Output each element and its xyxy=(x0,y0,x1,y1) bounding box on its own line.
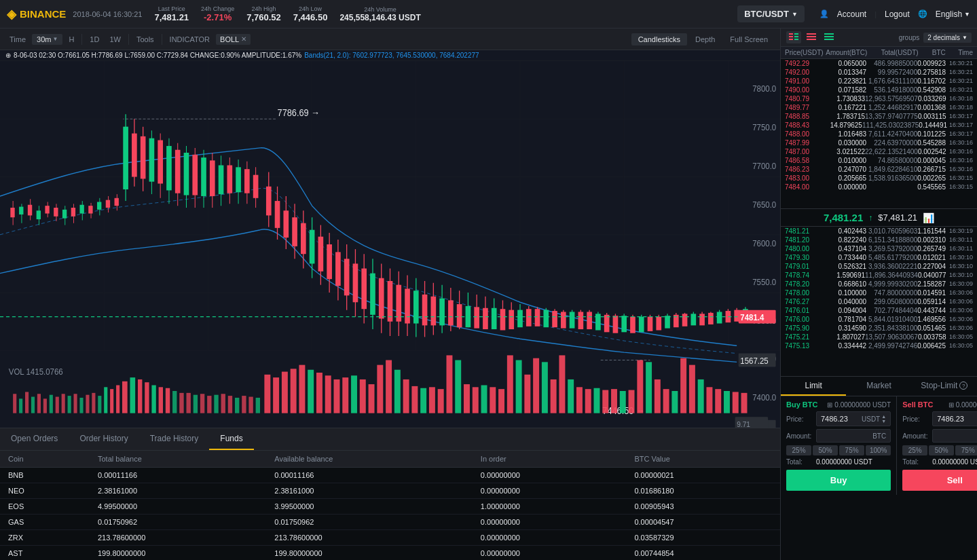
buy-btn[interactable]: Buy xyxy=(786,470,891,491)
sell-copy-icon[interactable]: ⊞ xyxy=(948,401,954,409)
ob-ask-row[interactable]: 7488.00 1.016483 7,611.42470400 0.101225… xyxy=(781,130,977,138)
sell-price-input[interactable] xyxy=(937,415,977,423)
svg-rect-134 xyxy=(500,309,506,330)
buy-pct-btn[interactable]: 50% xyxy=(813,445,838,455)
buy-price-down-arrow[interactable]: ▼ xyxy=(881,419,886,424)
ob-decimals-btn[interactable]: 2 decimals ▼ xyxy=(923,33,972,43)
bottom-content[interactable]: Coin Total balance Available balance In … xyxy=(0,451,780,560)
chart-canvas[interactable]: 7800.0 7750.0 7700.0 7650.0 7600.0 7550.… xyxy=(0,61,780,428)
ob-bid-row[interactable]: 7479.01 0.526321 3,936.36002221 0.227004… xyxy=(781,262,977,271)
ob-bid-row[interactable]: 7476.00 0.781704 5,844.01910400 1.469556… xyxy=(781,315,977,324)
interval-btn[interactable]: 30m ▼ xyxy=(32,34,62,45)
h-btn[interactable]: H xyxy=(64,34,78,45)
ob-bid-row[interactable]: 7475.90 0.314590 2,351.84338100 0.051465… xyxy=(781,324,977,333)
buy-price-input[interactable] xyxy=(821,415,862,423)
buy-amount-input-wrap[interactable]: BTC xyxy=(816,429,891,443)
boll-tag[interactable]: BOLL ✕ xyxy=(216,34,251,45)
logo[interactable]: ◈ BINANCE xyxy=(7,7,66,22)
ob-ask-row[interactable]: 7491.00 0.223821 1,676.64311100 0.116702… xyxy=(781,77,977,86)
ob-bid-row[interactable]: 7480.00 0.437104 3,269.53792000 0.265749… xyxy=(781,244,977,253)
bid-btc: 0.051465 xyxy=(917,324,946,332)
buy-price-input-wrap[interactable]: USDT ▲ ▼ xyxy=(816,411,891,426)
copy-icon[interactable]: ⊞ xyxy=(827,401,832,409)
svg-rect-271 xyxy=(524,375,530,413)
ob-bid-row[interactable]: 7481.21 0.402443 3,010.76059603 1.161544… xyxy=(781,227,977,236)
ob-view-bid[interactable] xyxy=(822,31,836,43)
bid-btc: 0.006425 xyxy=(917,342,946,350)
ob-ask-row[interactable]: 7486.58 0.010000 74.86580000 0.000045 16… xyxy=(781,156,977,165)
ob-ask-row[interactable]: 7486.23 0.247070 1,849.62284610 0.266715… xyxy=(781,165,977,174)
svg-rect-213 xyxy=(74,394,77,413)
svg-rect-309 xyxy=(789,33,793,35)
tab-stop-limit[interactable]: Stop-Limit ? xyxy=(912,377,977,396)
w1-btn[interactable]: 1W xyxy=(105,34,125,45)
svg-rect-243 xyxy=(282,372,288,413)
svg-text:VOL 1415.0766: VOL 1415.0766 xyxy=(9,367,63,377)
sell-pct-btn[interactable]: 25% xyxy=(902,445,927,455)
tab-limit[interactable]: Limit xyxy=(781,377,846,396)
tab-funds[interactable]: Funds xyxy=(209,428,253,450)
svg-rect-58 xyxy=(166,146,172,190)
ob-ask-row[interactable]: 7487.99 0.030000 224.63970000 0.545288 1… xyxy=(781,138,977,147)
ob-ask-row[interactable]: 7490.00 0.071582 536.14918000 0.542908 1… xyxy=(781,86,977,94)
ob-ask-row[interactable]: 7492.00 0.013347 99.99572400 0.275818 16… xyxy=(781,68,977,77)
buy-pct-btn[interactable]: 25% xyxy=(786,445,811,455)
ob-ask-row[interactable]: 7489.77 0.167221 1,252.44682917 0.001368… xyxy=(781,103,977,112)
ask-btc: 0.009923 xyxy=(917,60,946,67)
tab-order-history[interactable]: Order History xyxy=(69,428,139,450)
ob-ask-row[interactable]: 7484.00 0.000000 0.545565 16:30:15 xyxy=(781,183,977,191)
ob-ask-row[interactable]: 7488.43 14.879625 111,425.03023875 0.144… xyxy=(781,121,977,130)
ob-bid-row[interactable]: 7479.30 0.733440 5,485.61779200 0.012021… xyxy=(781,253,977,262)
ob-bid-row[interactable]: 7478.74 1.590691 11,896.36440934 0.04007… xyxy=(781,271,977,280)
ob-bid-row[interactable]: 7478.20 0.668610 4,999.99930200 2.158287… xyxy=(781,280,977,288)
buy-pct-btn[interactable]: 100% xyxy=(866,445,891,455)
svg-rect-124 xyxy=(457,304,462,327)
ob-bid-row[interactable]: 7476.27 0.040000 299.05080000 0.059114 1… xyxy=(781,297,977,306)
lang-selector[interactable]: English ▼ xyxy=(936,10,970,19)
ask-amount: 0.065000 xyxy=(826,60,866,67)
ob-bid-row[interactable]: 7481.20 0.822240 6,151.34188800 0.002310… xyxy=(781,236,977,244)
indicator-btn[interactable]: INDICATOR xyxy=(166,34,215,45)
svg-rect-160 xyxy=(613,316,619,333)
nav-divider: | xyxy=(874,10,877,18)
tab-trade-history[interactable]: Trade History xyxy=(139,428,210,450)
boll-close-icon[interactable]: ✕ xyxy=(241,35,246,43)
ob-bid-row[interactable]: 7476.01 0.094004 702.77484404 0.443744 1… xyxy=(781,306,977,315)
depth-btn[interactable]: Depth xyxy=(688,33,722,45)
tools-btn[interactable]: Tools xyxy=(132,34,158,45)
pair-selector[interactable]: BTC/USDT ▼ xyxy=(737,5,805,22)
bid-total: 3,936.36002221 xyxy=(866,263,917,270)
ob-view-all[interactable] xyxy=(786,31,801,43)
sell-amount-input-wrap[interactable]: BTC xyxy=(932,429,977,443)
time-btn[interactable]: Time xyxy=(5,34,30,45)
candlesticks-btn[interactable]: Candlesticks xyxy=(631,33,687,45)
ob-view-ask[interactable] xyxy=(804,31,819,43)
ob-ask-row[interactable]: 7483.00 0.205665 1,538.91636500 0.002265… xyxy=(781,174,977,183)
ob-bid-row[interactable]: 7475.13 0.334442 2,499.99742746 0.006425… xyxy=(781,341,977,350)
d1-btn[interactable]: 1D xyxy=(86,34,103,45)
ob-ask-row[interactable]: 7488.85 1.783715 13,357.97407775 0.00311… xyxy=(781,112,977,121)
tab-open-orders[interactable]: Open Orders xyxy=(0,428,69,450)
sell-btn[interactable]: Sell xyxy=(902,470,977,491)
buy-amount-input[interactable] xyxy=(821,432,872,440)
sell-pct-btn[interactable]: 75% xyxy=(955,445,977,455)
svg-rect-219 xyxy=(110,389,113,413)
logout-link[interactable]: Logout xyxy=(885,10,910,19)
datetime: 2018-06-04 16:30:21 xyxy=(73,10,142,18)
fullscreen-btn[interactable]: Full Screen xyxy=(723,33,775,45)
svg-text:1567.25: 1567.25 xyxy=(740,356,769,367)
buy-pct-btn[interactable]: 75% xyxy=(839,445,864,455)
account-link[interactable]: Account xyxy=(837,10,866,19)
ob-ask-row[interactable]: 7487.00 3.021522 22,622.13521400 0.00254… xyxy=(781,147,977,156)
buy-price-up-arrow[interactable]: ▲ xyxy=(881,414,886,419)
sell-pct-btn[interactable]: 50% xyxy=(929,445,954,455)
ob-bid-row[interactable]: 7475.21 1.807027 13,507.90630067 0.00375… xyxy=(781,333,977,341)
tab-market[interactable]: Market xyxy=(846,377,911,396)
ob-ask-row[interactable]: 7492.29 0.065000 486.99885000 0.009923 1… xyxy=(781,59,977,68)
ob-ask-row[interactable]: 7480.79 1.730833 12,963.57569507 0.03326… xyxy=(781,94,977,103)
sell-amount-input[interactable] xyxy=(937,432,977,440)
tb-sep3 xyxy=(162,34,162,45)
coin-cell: NEO xyxy=(0,483,90,499)
sell-price-input-wrap[interactable]: USDT ▲ ▼ xyxy=(932,411,977,426)
ob-bid-row[interactable]: 7478.00 0.100000 747.80000000 0.014591 1… xyxy=(781,288,977,297)
